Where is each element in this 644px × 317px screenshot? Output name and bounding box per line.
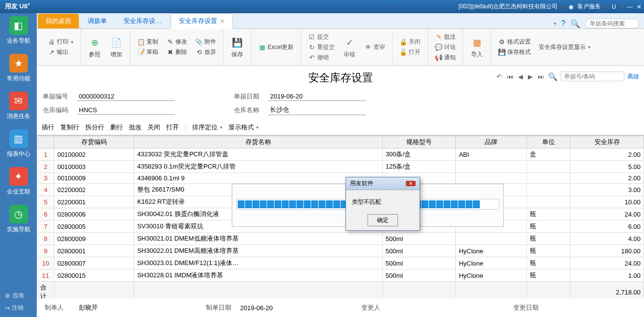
sidebar-item-biznav[interactable]: ◧业务导航 [4, 16, 33, 45]
barcode-search-input[interactable] [585, 19, 639, 28]
sort-button[interactable]: 排序定位▾ [192, 123, 223, 132]
u-menu[interactable]: U [612, 3, 616, 10]
doc-no-value[interactable]: 0000000312 [77, 92, 175, 101]
open-row-button[interactable]: 打开 [166, 123, 179, 132]
add-icon: 📄 [109, 36, 123, 49]
edit-button[interactable]: ✎修改 [163, 37, 190, 47]
changer-label: 变更人 [361, 303, 396, 312]
tab-safety-stock-1[interactable]: 安全库存设… [116, 14, 170, 28]
dialog-message: 类型不匹配 [346, 190, 420, 210]
output-button[interactable]: ↗输出 [45, 47, 76, 57]
reference-button[interactable]: ⊕参照 [85, 35, 104, 60]
sidebar-item-message[interactable]: ✉消息任务 [4, 92, 33, 121]
resubmit-button[interactable]: ↻重提交 [305, 42, 338, 52]
undo-nav-icon[interactable]: ↶ [495, 73, 503, 80]
make-date-label: 制单日期 [206, 303, 240, 312]
gear-icon: ⚙ [5, 293, 10, 299]
dialog-close-icon[interactable]: ✕ [406, 181, 416, 186]
display-format-button[interactable]: 显示格式▾ [228, 123, 259, 132]
notify-icon: 📢 [435, 53, 443, 61]
batch-button[interactable]: 批改 [129, 123, 142, 132]
tab-transfer[interactable]: 调拨单 [80, 14, 115, 28]
help-icon[interactable]: ? [561, 19, 566, 28]
format-button[interactable]: ⚙格式设置 [495, 37, 534, 47]
table-header[interactable] [37, 136, 54, 148]
wh-code-value[interactable]: HNCS [77, 106, 175, 115]
sidebar-item-enterprise[interactable]: ✦企业互联 [4, 167, 33, 196]
delete-icon: ✖ [166, 49, 174, 56]
approve-button[interactable]: ✎批注 [432, 32, 459, 42]
save-format-icon: 💾 [498, 49, 506, 56]
table-row[interactable]: 1001000024323032 荧光定量PCR八排管盖300条/盒ABI盒2.… [37, 148, 644, 161]
open-button[interactable]: 🔓打开 [396, 47, 423, 57]
submit-button[interactable]: ☑提交 [305, 32, 338, 42]
table-row[interactable]: 802800009SH30021.01 DMEM低糖液体培养基500ml瓶4.0… [37, 233, 644, 245]
wh-name-value[interactable]: 长沙仓 [268, 105, 366, 115]
dialog-ok-button[interactable]: 确定 [368, 214, 398, 226]
sidebar-item-impl[interactable]: ◷实施导航 [4, 205, 33, 234]
table-row[interactable]: 902800001SH30022.01 DMEM高糖液体培养基500mlHyCl… [37, 245, 644, 257]
next-icon[interactable]: ▶ [527, 73, 534, 80]
maker-value: 彭晓芹 [79, 303, 98, 312]
sidebar-item-common[interactable]: ★常用功能 [4, 54, 33, 83]
close-icon[interactable]: ✕ [637, 3, 642, 10]
tab-safety-stock-2[interactable]: 安全库存设置✕ [171, 13, 233, 29]
save-format-button[interactable]: 💾保存格式 [495, 47, 534, 57]
import-button[interactable]: ▦导入 [467, 35, 487, 60]
notify-button[interactable]: 📢通知 [432, 52, 459, 63]
tab-desktop[interactable]: 我的桌面 [38, 14, 79, 28]
close-button[interactable]: 🔒关闭 [396, 37, 423, 47]
company-name[interactable]: [002](default)合肥兰杰柯科技有限公司 [459, 2, 558, 11]
table-header[interactable]: 存货编码 [54, 136, 134, 148]
draft-button[interactable]: 📝草稿 [134, 47, 161, 57]
close-row-button[interactable]: 关闭 [148, 123, 160, 132]
sidebar-logout[interactable]: ↪注销 [0, 302, 37, 314]
copy-button[interactable]: 📋复制 [134, 37, 161, 47]
table-header[interactable]: 存货名称 [134, 136, 382, 148]
logout-icon: ↪ [5, 305, 10, 312]
last-icon[interactable]: ⏭ [537, 73, 545, 80]
doc-search-input[interactable] [561, 72, 624, 81]
search-icon[interactable]: 🔍 [570, 19, 580, 28]
doc-date-value[interactable]: 2019-06-20 [268, 92, 366, 101]
abandon-button[interactable]: ⟲放弃 [192, 47, 219, 57]
copy-row-button[interactable]: 复制行 [60, 123, 79, 132]
customer-service-icon[interactable]: ◉ [569, 3, 573, 10]
discuss-button[interactable]: 💬讨论 [432, 42, 459, 52]
minimize-icon[interactable]: — [627, 3, 633, 10]
delete-row-button[interactable]: 删行 [110, 123, 123, 132]
tabs-dropdown-icon[interactable]: ▾ [554, 21, 556, 26]
table-header[interactable]: 规格型号 [382, 136, 455, 148]
table-header[interactable]: 品牌 [456, 136, 527, 148]
sidebar-item-report[interactable]: ▥报表中心 [4, 129, 33, 158]
advanced-link[interactable]: 高级 [627, 73, 639, 81]
first-icon[interactable]: ⏮ [506, 73, 514, 80]
table-row[interactable]: 1002800007SH30023.01 DMEM/F12(1:1)液体…500… [37, 257, 644, 269]
excel-button[interactable]: ▦Excel更新 [255, 42, 297, 52]
customer-service[interactable]: 客户服务 [577, 2, 601, 11]
add-button[interactable]: 📄增加 [106, 35, 126, 60]
edit-icon: ✎ [166, 38, 174, 46]
delete-button[interactable]: ✖删除 [163, 47, 190, 57]
prev-icon[interactable]: ◀ [517, 73, 524, 80]
attach-button[interactable]: 📎附件 [192, 37, 219, 47]
unlock-icon: 🔓 [399, 49, 407, 56]
insert-row-button[interactable]: 插行 [42, 123, 54, 132]
cancel-submit-button[interactable]: ↶撤销 [305, 52, 338, 63]
audit-button[interactable]: ✓审核 [340, 35, 359, 60]
error-dialog: 用友软件 ✕ 类型不匹配 确定 [346, 177, 420, 231]
table-row[interactable]: 1102800015SH30228.01 IMDM液体培养基500mlHyClo… [37, 269, 644, 282]
table-header[interactable]: 单位 [526, 136, 570, 148]
action-bar: 插行 复制行 拆分行 删行 批改 关闭 打开 | 排序定位▾ 显示格式▾ [37, 120, 644, 135]
print-button[interactable]: 🖨打印▾ [45, 37, 76, 47]
table-row[interactable]: 2001000034358293 0.1m荧光定量PCR八排管125条/盒5.0… [37, 161, 644, 173]
split-row-button[interactable]: 拆分行 [85, 123, 104, 132]
sidebar: ◧业务导航 ★常用功能 ✉消息任务 ▥报表中心 ✦企业互联 ◷实施导航 ⚙选项 … [0, 13, 37, 317]
table-row[interactable]: 3001000094346906 0.1ml 92.00 [37, 173, 644, 184]
review-button[interactable]: 👁查审 [361, 42, 388, 52]
display-setting-button[interactable]: 安全库存设置显示▾ [536, 42, 594, 52]
save-button[interactable]: 💾保存 [227, 35, 247, 60]
sidebar-options[interactable]: ⚙选项 [0, 290, 37, 302]
tab-close-icon[interactable]: ✕ [220, 18, 224, 24]
table-header[interactable]: 安全库存 [570, 136, 644, 148]
